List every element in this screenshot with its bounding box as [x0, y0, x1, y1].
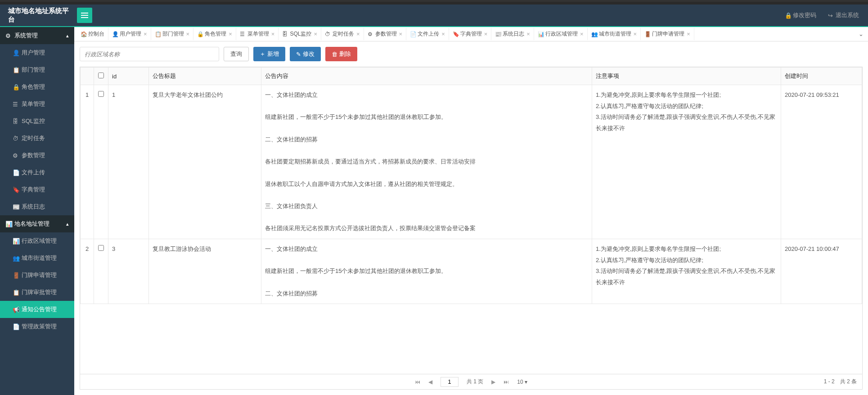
sidebar-item[interactable]: 👤用户管理 — [0, 44, 74, 61]
tab[interactable]: 📰系统日志× — [491, 28, 534, 40]
tab[interactable]: 🔖字典管理× — [449, 28, 492, 40]
main-panel: 🏠控制台👤用户管理×📋部门管理×🔒角色管理×☰菜单管理×🗄SQL监控×⏱定时任务… — [74, 27, 868, 395]
pager-next[interactable]: ▶ — [491, 379, 495, 385]
menu-icon: 📄 — [13, 169, 18, 176]
tab[interactable]: 📊行政区域管理× — [534, 28, 588, 40]
tab-icon: 📊 — [538, 31, 543, 37]
tab-icon: 🔖 — [453, 31, 458, 37]
close-icon[interactable]: × — [484, 31, 488, 37]
col-content[interactable]: 公告内容 — [261, 68, 592, 85]
sidebar-item[interactable]: ⏱定时任务 — [0, 130, 74, 147]
table-row[interactable]: 23复旦教工游泳协会活动一、文体社团的成立 组建新社团，一般需不少于15个未参加… — [81, 239, 862, 304]
close-icon[interactable]: × — [186, 31, 190, 37]
sidebar-group-address[interactable]: 📊 地名地址管理 ▴ — [0, 215, 74, 232]
tab[interactable]: ⚙参数管理× — [364, 28, 407, 40]
tab-label: 行政区域管理 — [545, 30, 578, 38]
col-notice[interactable]: 注意事项 — [592, 68, 781, 85]
search-input[interactable] — [80, 47, 219, 61]
sidebar-item[interactable]: 📊行政区域管理 — [0, 232, 74, 250]
tab[interactable]: 📋部门管理× — [151, 28, 194, 40]
sidebar-item[interactable]: 🔖字典管理 — [0, 181, 74, 198]
menu-icon: ⚙ — [13, 152, 18, 159]
delete-button[interactable]: 🗑删除 — [325, 47, 357, 61]
sidebar-item[interactable]: 🚪门牌申请管理 — [0, 267, 74, 284]
sidebar-item[interactable]: 📄文件上传 — [0, 164, 74, 181]
pager-page-input[interactable] — [441, 377, 459, 387]
cell-id: 1 — [108, 85, 149, 239]
sidebar-item[interactable]: 📰系统日志 — [0, 198, 74, 215]
tab-icon: 📰 — [495, 31, 500, 37]
tabs-more[interactable]: ⌄ — [854, 31, 868, 37]
row-checkbox[interactable] — [98, 91, 104, 97]
menu-icon: 👤 — [13, 50, 18, 56]
cell-id: 3 — [108, 239, 149, 304]
tab-label: 角色管理 — [205, 30, 226, 38]
tab[interactable]: 🚪门牌申请管理× — [641, 28, 694, 40]
tab-label: 文件上传 — [418, 30, 439, 38]
close-icon[interactable]: × — [634, 31, 637, 37]
tab-icon: 📄 — [410, 31, 415, 37]
sidebar-item[interactable]: ☰菜单管理 — [0, 95, 74, 113]
sidebar-group-system[interactable]: ⚙ 系统管理 ▴ — [0, 27, 74, 44]
app-header: 城市地名地址系统平台 🔒 修改密码 ↪ 退出系统 — [0, 5, 868, 27]
cell-content: 一、文体社团的成立 组建新社团，一般需不少于15个未参加过其他社团的退休教职工参… — [261, 85, 592, 239]
close-icon[interactable]: × — [526, 31, 530, 37]
tab[interactable]: 🗄SQL监控× — [279, 28, 321, 40]
sidebar-item[interactable]: 📋门牌审批管理 — [0, 284, 74, 301]
tab[interactable]: 🏠控制台 — [77, 28, 108, 40]
col-id[interactable]: id — [108, 68, 149, 85]
sidebar-toggle[interactable] — [77, 8, 92, 23]
chevron-down-icon: ▾ — [525, 379, 527, 385]
tab-icon: 🏠 — [81, 31, 86, 37]
menu-icon: 📋 — [13, 67, 18, 73]
pager-first[interactable]: ⏮ — [415, 379, 420, 385]
tab-icon: 👤 — [112, 31, 117, 37]
pager-prev[interactable]: ◀ — [428, 379, 432, 385]
sidebar-group-label: 地名地址管理 — [14, 220, 49, 228]
sidebar-item[interactable]: 👥城市街道管理 — [0, 250, 74, 267]
menu-icon: 🚪 — [13, 272, 18, 279]
tab[interactable]: ☰菜单管理× — [236, 28, 279, 40]
logout-link[interactable]: ↪ 退出系统 — [828, 11, 859, 19]
query-button[interactable]: 查询 — [224, 47, 249, 61]
tab[interactable]: 📄文件上传× — [406, 28, 449, 40]
close-icon[interactable]: × — [441, 31, 445, 37]
tab-label: 定时任务 — [333, 30, 354, 38]
col-title[interactable]: 公告标题 — [149, 68, 261, 85]
edit-button[interactable]: ✎修改 — [290, 47, 321, 61]
sidebar-item[interactable]: 📄管理政策管理 — [0, 318, 74, 335]
select-all-checkbox[interactable] — [98, 73, 104, 78]
pager-last[interactable]: ⏭ — [504, 379, 509, 385]
close-icon[interactable]: × — [229, 31, 232, 37]
cell-title: 复旦大学老年文体社团公约 — [149, 85, 261, 239]
close-icon[interactable]: × — [271, 31, 275, 37]
table-row[interactable]: 11复旦大学老年文体社团公约一、文体社团的成立 组建新社团，一般需不少于15个未… — [81, 85, 862, 239]
close-icon[interactable]: × — [144, 31, 147, 37]
sidebar-item-label: 通知公告管理 — [22, 305, 57, 313]
sidebar-item[interactable]: 📋部门管理 — [0, 61, 74, 78]
cell-content: 一、文体社团的成立 组建新社团，一般需不少于15个未参加过其他社团的退休教职工参… — [261, 239, 592, 304]
chevron-down-icon: ⌄ — [859, 31, 864, 37]
sidebar-group-label: 系统管理 — [14, 32, 38, 40]
trash-icon: 🗑 — [332, 51, 337, 58]
sidebar-item[interactable]: 📢通知公告管理 — [0, 301, 74, 318]
col-time[interactable]: 创建时间 — [781, 68, 862, 85]
tab[interactable]: 👥城市街道管理× — [588, 28, 641, 40]
row-checkbox[interactable] — [98, 245, 104, 251]
tab[interactable]: 🔒角色管理× — [193, 28, 236, 40]
sidebar-item[interactable]: 🔒角色管理 — [0, 78, 74, 95]
sidebar-item[interactable]: ⚙参数管理 — [0, 147, 74, 164]
add-button[interactable]: ＋新增 — [253, 47, 285, 61]
change-password-link[interactable]: 🔒 修改密码 — [785, 11, 816, 19]
toolbar: 查询 ＋新增 ✎修改 🗑删除 — [74, 41, 868, 67]
close-icon[interactable]: × — [687, 31, 690, 37]
close-icon[interactable]: × — [356, 31, 360, 37]
tab[interactable]: ⏱定时任务× — [321, 28, 364, 40]
close-icon[interactable]: × — [580, 31, 584, 37]
sidebar-item[interactable]: 🗄SQL监控 — [0, 113, 74, 130]
pager-size[interactable]: 10 ▾ — [517, 379, 527, 385]
close-icon[interactable]: × — [399, 31, 403, 37]
tab[interactable]: 👤用户管理× — [108, 28, 151, 40]
close-icon[interactable]: × — [314, 31, 317, 37]
chart-icon: 📊 — [5, 221, 11, 227]
